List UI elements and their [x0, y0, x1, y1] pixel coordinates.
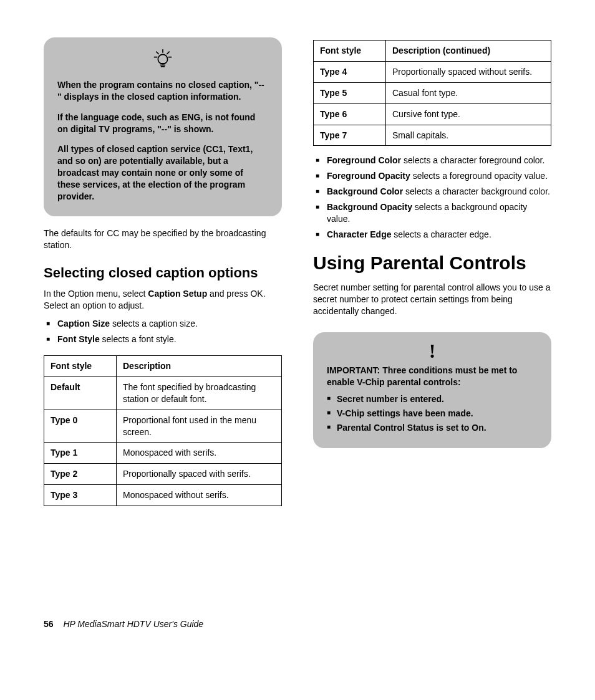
- table-header: Font style: [314, 41, 386, 62]
- table-row: Type 2Proportionally spaced with serifs.: [44, 464, 282, 485]
- body-text: The defaults for CC may be specified by …: [44, 228, 282, 251]
- table-row: Type 3Monospaced without serifs.: [44, 485, 282, 506]
- table-row: Type 1Monospaced with serifs.: [44, 443, 282, 464]
- body-text: In the Option menu, select Caption Setup…: [44, 288, 282, 312]
- lightbulb-icon: [57, 49, 268, 73]
- list-item: Foreground Color selects a character for…: [313, 155, 551, 166]
- list-item: Background Opacity selects a background …: [313, 201, 551, 225]
- svg-point-5: [158, 54, 167, 64]
- table-header: Description (continued): [386, 41, 551, 62]
- option-list: Caption Size selects a caption size. Fon…: [44, 318, 282, 345]
- tip-paragraph: When the program contains no closed capt…: [57, 79, 268, 103]
- list-item: V-Chip settings have been made.: [327, 408, 538, 420]
- table-row: Type 4Proportionally spaced without seri…: [314, 61, 551, 82]
- list-item: Secret number is entered.: [327, 393, 538, 405]
- font-style-table-1: Font style Description DefaultThe font s…: [44, 355, 282, 506]
- list-item: Foreground Opacity selects a foreground …: [313, 170, 551, 182]
- list-item: Parental Control Status is set to On.: [327, 422, 538, 434]
- list-item: Character Edge selects a character edge.: [313, 229, 551, 241]
- table-row: Type 0Proportional font used in the menu…: [44, 410, 282, 443]
- tip-paragraph: All types of closed caption service (CC1…: [57, 143, 268, 202]
- footer-title: HP MediaSmart HDTV User's Guide: [63, 619, 203, 629]
- table-header-row: Font style Description: [44, 355, 282, 376]
- list-item: Font Style selects a font style.: [44, 333, 282, 345]
- heading-selecting-cc-options: Selecting closed caption options: [44, 264, 282, 282]
- page-footer: 56 HP MediaSmart HDTV User's Guide: [44, 618, 551, 630]
- font-style-table-2: Font style Description (continued) Type …: [313, 40, 551, 146]
- svg-line-1: [157, 52, 158, 54]
- table-row: Type 7Small capitals.: [314, 125, 551, 146]
- exclamation-icon: !: [327, 341, 538, 361]
- option-list: Foreground Color selects a character for…: [313, 155, 551, 240]
- table-row: Type 5Casual font type.: [314, 82, 551, 103]
- important-title: IMPORTANT: Three conditions must be met …: [327, 365, 538, 388]
- tip-paragraph: If the language code, such as ENG, is no…: [57, 112, 268, 135]
- table-header: Font style: [44, 355, 117, 376]
- svg-line-2: [167, 52, 169, 54]
- table-row: Type 6Cursive font type.: [314, 103, 551, 125]
- heading-using-parental-controls: Using Parental Controls: [313, 251, 551, 276]
- list-item: Caption Size selects a caption size.: [44, 318, 282, 330]
- table-header: Description: [117, 355, 282, 376]
- body-text: Secret number setting for parental contr…: [313, 282, 551, 317]
- important-callout-box: ! IMPORTANT: Three conditions must be me…: [313, 332, 551, 448]
- table-header-row: Font style Description (continued): [314, 41, 551, 62]
- page-number: 56: [44, 619, 54, 629]
- tip-callout-box: When the program contains no closed capt…: [44, 37, 282, 216]
- important-list: Secret number is entered. V-Chip setting…: [327, 393, 538, 434]
- list-item: Background Color selects a character bac…: [313, 186, 551, 198]
- table-row: DefaultThe font specified by broadcastin…: [44, 376, 282, 410]
